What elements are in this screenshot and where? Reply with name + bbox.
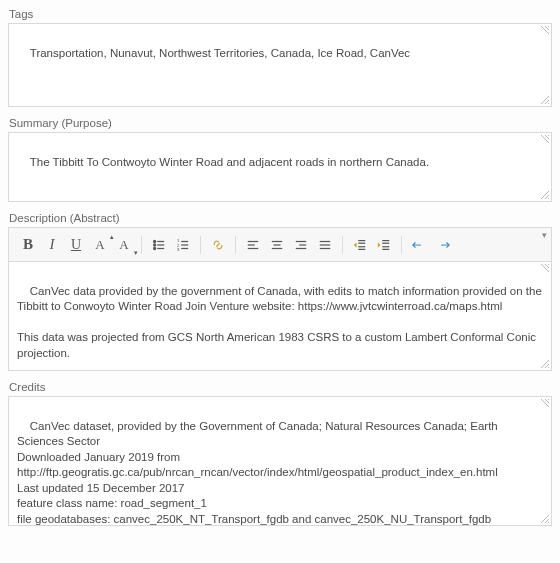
- description-input[interactable]: CanVec data provided by the government o…: [8, 261, 552, 371]
- description-section: Description (Abstract) B I U A A 123: [8, 212, 552, 371]
- rich-text-toolbar: B I U A A 123: [8, 227, 552, 261]
- tags-value: Transportation, Nunavut, Northwest Terri…: [30, 47, 410, 59]
- credits-section: Credits CanVec dataset, provided by the …: [8, 381, 552, 526]
- summary-input[interactable]: The Tibbitt To Contwoyto Winter Road and…: [8, 132, 552, 202]
- resize-icon: [540, 95, 550, 105]
- redo-button[interactable]: [432, 234, 454, 256]
- separator: [141, 236, 142, 254]
- separator: [235, 236, 236, 254]
- credits-input[interactable]: CanVec dataset, provided by the Governme…: [8, 396, 552, 526]
- superscript-button[interactable]: A: [89, 234, 111, 256]
- svg-point-0: [154, 240, 156, 242]
- align-center-button[interactable]: [266, 234, 288, 256]
- summary-section: Summary (Purpose) The Tibbitt To Contwoy…: [8, 117, 552, 202]
- description-value: CanVec data provided by the government o…: [17, 285, 545, 359]
- svg-point-4: [154, 247, 156, 249]
- align-left-button[interactable]: [242, 234, 264, 256]
- toolbar-overflow-icon[interactable]: ▾: [542, 230, 547, 240]
- subscript-button[interactable]: A: [113, 234, 135, 256]
- summary-value: The Tibbitt To Contwoyto Winter Road and…: [30, 156, 429, 168]
- underline-button[interactable]: U: [65, 234, 87, 256]
- undo-button[interactable]: [408, 234, 430, 256]
- tags-section: Tags Transportation, Nunavut, Northwest …: [8, 8, 552, 107]
- resize-icon: [540, 514, 550, 524]
- svg-text:3: 3: [177, 247, 180, 252]
- resize-icon: [540, 190, 550, 200]
- description-label: Description (Abstract): [8, 212, 552, 224]
- resize-icon: [540, 398, 550, 408]
- separator: [200, 236, 201, 254]
- bullet-list-button[interactable]: [148, 234, 170, 256]
- tags-label: Tags: [8, 8, 552, 20]
- numbered-list-button[interactable]: 123: [172, 234, 194, 256]
- indent-button[interactable]: [373, 234, 395, 256]
- svg-point-2: [154, 243, 156, 245]
- credits-label: Credits: [8, 381, 552, 393]
- bold-button[interactable]: B: [17, 234, 39, 256]
- credits-value: CanVec dataset, provided by the Governme…: [17, 420, 501, 544]
- align-justify-button[interactable]: [314, 234, 336, 256]
- summary-label: Summary (Purpose): [8, 117, 552, 129]
- resize-icon: [540, 359, 550, 369]
- resize-icon: [540, 263, 550, 273]
- resize-icon: [540, 25, 550, 35]
- italic-button[interactable]: I: [41, 234, 63, 256]
- separator: [342, 236, 343, 254]
- separator: [401, 236, 402, 254]
- tags-input[interactable]: Transportation, Nunavut, Northwest Terri…: [8, 23, 552, 107]
- link-button[interactable]: [207, 234, 229, 256]
- align-right-button[interactable]: [290, 234, 312, 256]
- resize-icon: [540, 134, 550, 144]
- outdent-button[interactable]: [349, 234, 371, 256]
